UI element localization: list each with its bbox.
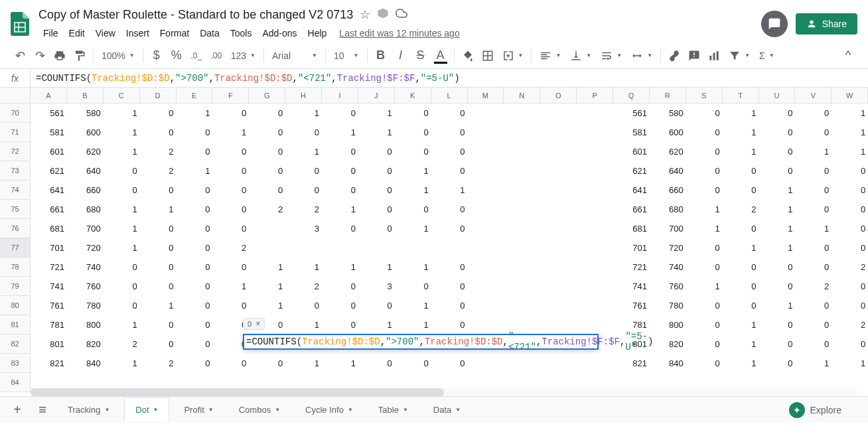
cell[interactable]: 0 [686, 142, 723, 161]
share-button[interactable]: Share [796, 13, 857, 35]
cell[interactable]: 0 [759, 123, 796, 142]
cell[interactable]: 680 [67, 200, 104, 219]
row-header-81[interactable]: 81 [0, 315, 30, 334]
cell[interactable]: 760 [67, 277, 104, 296]
cell[interactable]: 0 [140, 277, 177, 296]
cell[interactable]: 0 [358, 354, 395, 373]
cell[interactable]: 0 [759, 354, 796, 373]
cell[interactable]: 0 [431, 104, 468, 123]
cell[interactable]: 820 [67, 334, 104, 354]
cell[interactable]: 3 [285, 219, 322, 238]
cell[interactable]: 1 [795, 142, 832, 161]
cell[interactable] [577, 123, 613, 142]
col-header-B[interactable]: B [67, 88, 104, 103]
cell[interactable]: 721 [31, 257, 67, 277]
cell[interactable]: 0 [285, 123, 322, 142]
cell[interactable]: 0 [358, 219, 395, 238]
cell[interactable]: 0 [759, 104, 796, 123]
cell[interactable] [468, 161, 504, 181]
cell[interactable] [577, 161, 613, 181]
cell[interactable]: 1 [832, 104, 868, 123]
sheet-tab-cycle-info[interactable]: Cycle Info▼ [295, 398, 364, 422]
cell[interactable] [504, 181, 540, 200]
cell[interactable]: 0 [431, 123, 468, 142]
cell[interactable]: 0 [249, 142, 285, 161]
cell[interactable]: 1 [723, 334, 759, 354]
cell[interactable]: 601 [613, 142, 650, 161]
cell[interactable]: 2 [285, 200, 322, 219]
cell[interactable]: 2 [795, 277, 832, 296]
cell[interactable]: 2 [140, 354, 177, 373]
cell[interactable]: 0 [431, 296, 468, 315]
cell[interactable]: 0 [358, 296, 395, 315]
cell[interactable]: 780 [650, 296, 686, 315]
link-button[interactable] [665, 46, 684, 65]
cell[interactable]: 1 [285, 354, 322, 373]
cell[interactable]: 0 [431, 315, 468, 334]
cell[interactable]: 1 [686, 200, 723, 219]
cell[interactable]: 0 [832, 219, 868, 238]
cell[interactable] [577, 104, 613, 123]
cell[interactable]: 0 [395, 354, 431, 373]
cell[interactable] [577, 354, 613, 373]
cell[interactable]: 1 [322, 257, 358, 277]
cell[interactable]: 681 [613, 219, 650, 238]
collapse-toolbar-button[interactable]: ^ [839, 46, 857, 65]
cell[interactable] [577, 200, 613, 219]
cell[interactable]: 0 [431, 161, 468, 181]
cell[interactable]: 2 [832, 315, 868, 334]
cell[interactable]: 2 [285, 277, 322, 296]
cell[interactable]: 1 [249, 257, 285, 277]
col-header-V[interactable]: V [795, 88, 832, 103]
cell[interactable]: 0 [249, 104, 285, 123]
cell[interactable]: 0 [177, 296, 213, 315]
cell[interactable]: 0 [104, 277, 140, 296]
fill-color-button[interactable] [459, 46, 477, 65]
row-header-84[interactable]: 84 [0, 373, 30, 392]
cell[interactable]: 0 [795, 315, 832, 334]
cell[interactable]: 0 [795, 296, 832, 315]
cell[interactable]: 661 [613, 200, 650, 219]
col-header-A[interactable]: A [31, 88, 67, 103]
cell[interactable]: 1 [795, 354, 832, 373]
cell[interactable] [540, 181, 577, 200]
row-header-83[interactable]: 83 [0, 354, 30, 373]
text-color-button[interactable]: A [431, 46, 450, 65]
cell[interactable]: 1 [358, 257, 395, 277]
cell[interactable]: 1 [322, 123, 358, 142]
cell[interactable]: 1 [104, 219, 140, 238]
col-header-O[interactable]: O [540, 88, 577, 103]
cell[interactable] [504, 104, 540, 123]
cell[interactable]: 1 [177, 161, 213, 181]
cell[interactable]: 1 [832, 354, 868, 373]
cell[interactable]: 0 [140, 257, 177, 277]
col-header-L[interactable]: L [431, 88, 468, 103]
cell[interactable]: 1 [322, 354, 358, 373]
cell[interactable]: 1 [723, 238, 759, 257]
cell[interactable] [540, 123, 577, 142]
cell[interactable]: 0 [723, 219, 759, 238]
cell[interactable]: 801 [31, 334, 67, 354]
col-header-I[interactable]: I [322, 88, 358, 103]
cell[interactable]: 0 [212, 354, 249, 373]
cell[interactable]: 0 [723, 296, 759, 315]
cell[interactable]: 0 [140, 104, 177, 123]
cell[interactable] [504, 277, 540, 296]
tooltip-close-icon[interactable]: × [255, 319, 260, 328]
cell[interactable]: 1 [759, 181, 796, 200]
row-header-70[interactable]: 70 [0, 104, 30, 123]
cell[interactable] [468, 123, 504, 142]
cell[interactable] [577, 315, 613, 334]
cell-formula-editor[interactable]: =COUNTIFS(Tracking!$D:$D,">700",Tracking… [243, 334, 599, 350]
cell[interactable]: 701 [613, 238, 650, 257]
cell[interactable]: 0 [686, 354, 723, 373]
more-formats-dropdown[interactable]: 123▼ [227, 48, 259, 64]
cell[interactable]: 1 [395, 315, 431, 334]
cell[interactable]: 0 [686, 181, 723, 200]
select-all-corner[interactable] [0, 88, 31, 104]
col-header-M[interactable]: M [468, 88, 504, 103]
cell[interactable]: 0 [177, 315, 213, 334]
sheet-tab-tracking[interactable]: Tracking▼ [57, 398, 120, 422]
cell[interactable]: 0 [795, 334, 832, 354]
cell[interactable]: 581 [31, 123, 67, 142]
